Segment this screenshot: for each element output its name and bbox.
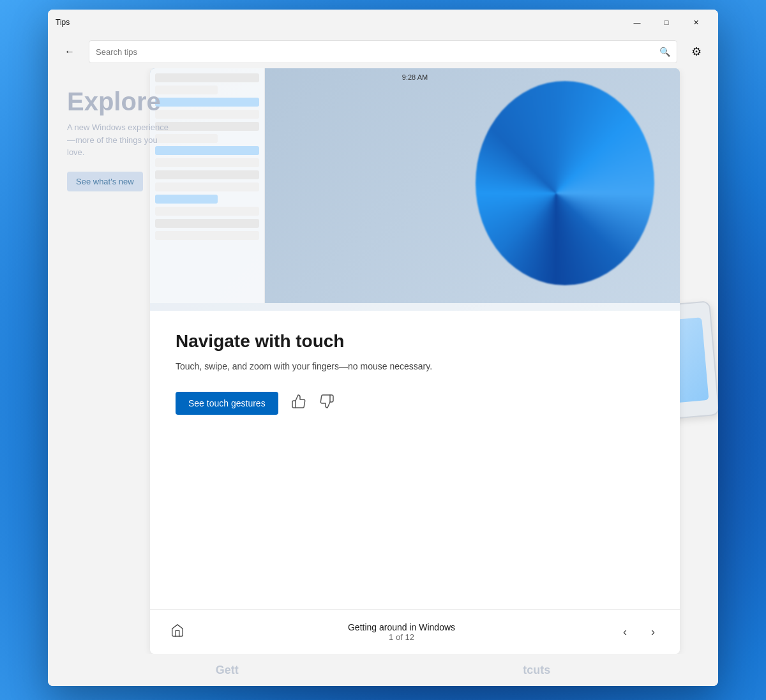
nav-center: Getting around in Windows 1 of 12	[190, 622, 613, 642]
widget-row	[155, 98, 259, 107]
search-input[interactable]	[96, 47, 654, 57]
window-title: Tips	[56, 18, 622, 27]
desktop-time: 9:28 AM	[402, 73, 428, 81]
card-title: Navigate with touch	[176, 331, 654, 352]
window-controls: — □ ✕	[622, 12, 710, 33]
prev-button[interactable]: ‹	[613, 621, 636, 644]
toolbar: ← 🔍 ⚙	[48, 35, 718, 68]
desktop-screenshot: 9:28 AM	[150, 68, 680, 311]
desktop-widgets	[150, 68, 265, 303]
card-actions: See touch gestures	[176, 391, 654, 415]
tips-window: Tips — □ ✕ ← 🔍 ⚙ Explore A new Windows e…	[48, 10, 718, 686]
thumbs-up-button[interactable]	[289, 391, 309, 415]
widget-row	[155, 231, 259, 240]
title-bar: Tips — □ ✕	[48, 10, 718, 35]
nav-bar: Getting around in Windows 1 of 12 ‹ ›	[150, 609, 680, 654]
widget-row	[155, 73, 259, 82]
nav-arrows: ‹ ›	[613, 621, 665, 644]
widget-row	[155, 207, 259, 216]
widget-row	[155, 158, 259, 167]
bottom-peek-left: Gett	[216, 664, 239, 677]
widget-row	[155, 219, 259, 228]
next-button[interactable]: ›	[642, 621, 665, 644]
back-button[interactable]: ←	[58, 40, 81, 63]
desktop-bloom	[476, 81, 654, 285]
close-button[interactable]: ✕	[681, 12, 710, 33]
widget-row	[155, 110, 259, 119]
widget-row	[155, 86, 218, 94]
widget-row	[155, 182, 259, 191]
desktop-taskbar	[150, 303, 680, 311]
widget-row	[155, 170, 259, 179]
settings-button[interactable]: ⚙	[685, 40, 708, 63]
nav-collection-name: Getting around in Windows	[190, 622, 613, 632]
bottom-peek-right: tcuts	[523, 664, 550, 677]
widget-row	[155, 134, 218, 143]
see-touch-gestures-button[interactable]: See touch gestures	[176, 392, 278, 415]
minimize-button[interactable]: —	[622, 12, 652, 33]
widget-row	[155, 122, 259, 131]
search-bar: 🔍	[89, 40, 677, 63]
peek-cta: See what's new	[67, 172, 143, 191]
feedback-thumbs	[289, 391, 337, 415]
content-area: Explore A new Windows experience—more of…	[48, 68, 718, 654]
card-body: Navigate with touch Touch, swipe, and zo…	[150, 311, 680, 609]
main-card: 9:28 AM	[150, 68, 680, 654]
home-button[interactable]	[165, 618, 190, 646]
maximize-button[interactable]: □	[652, 12, 681, 33]
card-description: Touch, swipe, and zoom with your fingers…	[176, 359, 654, 373]
widget-row	[155, 146, 259, 155]
search-icon[interactable]: 🔍	[659, 47, 670, 57]
widget-row	[155, 195, 218, 204]
thumbs-down-button[interactable]	[317, 391, 337, 415]
nav-progress: 1 of 12	[190, 632, 613, 642]
bottom-peek: Gett tcuts	[48, 654, 718, 686]
hero-image: 9:28 AM	[150, 68, 680, 311]
